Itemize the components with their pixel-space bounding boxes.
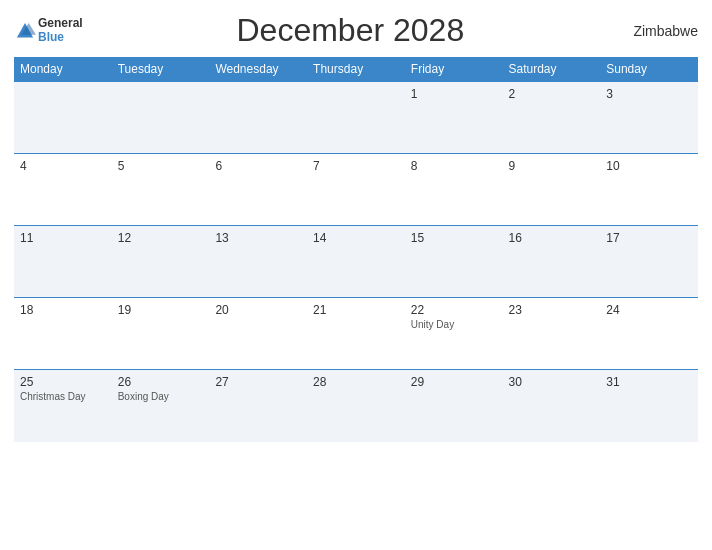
- calendar-cell: 14: [307, 226, 405, 298]
- day-number: 25: [20, 375, 106, 389]
- col-tuesday: Tuesday: [112, 57, 210, 82]
- calendar-cell: 20: [209, 298, 307, 370]
- day-number: 9: [509, 159, 595, 173]
- day-number: 22: [411, 303, 497, 317]
- day-number: 4: [20, 159, 106, 173]
- country-label: Zimbabwe: [618, 23, 698, 39]
- calendar-cell: 11: [14, 226, 112, 298]
- holiday-label: Boxing Day: [118, 391, 204, 402]
- calendar-cell: 29: [405, 370, 503, 442]
- calendar-cell: 16: [503, 226, 601, 298]
- calendar-page: General Blue December 2028 Zimbabwe Mond…: [0, 0, 712, 550]
- day-number: 21: [313, 303, 399, 317]
- day-number: 3: [606, 87, 692, 101]
- logo: General Blue: [14, 17, 83, 43]
- calendar-title: December 2028: [83, 12, 618, 49]
- day-number: 2: [509, 87, 595, 101]
- day-number: 17: [606, 231, 692, 245]
- day-number: 18: [20, 303, 106, 317]
- day-number: 12: [118, 231, 204, 245]
- col-friday: Friday: [405, 57, 503, 82]
- calendar-cell: 10: [600, 154, 698, 226]
- calendar-cell: 9: [503, 154, 601, 226]
- calendar-body: 12345678910111213141516171819202122Unity…: [14, 82, 698, 442]
- col-thursday: Thursday: [307, 57, 405, 82]
- day-number: 7: [313, 159, 399, 173]
- calendar-cell: 1: [405, 82, 503, 154]
- day-number: 29: [411, 375, 497, 389]
- calendar-cell: 13: [209, 226, 307, 298]
- calendar-cell: 27: [209, 370, 307, 442]
- calendar-cell: 30: [503, 370, 601, 442]
- day-number: 28: [313, 375, 399, 389]
- col-saturday: Saturday: [503, 57, 601, 82]
- holiday-label: Christmas Day: [20, 391, 106, 402]
- calendar-cell: 24: [600, 298, 698, 370]
- day-number: 8: [411, 159, 497, 173]
- day-number: 16: [509, 231, 595, 245]
- calendar-cell: 23: [503, 298, 601, 370]
- calendar-cell: 25Christmas Day: [14, 370, 112, 442]
- calendar-header: General Blue December 2028 Zimbabwe: [14, 12, 698, 49]
- day-number: 30: [509, 375, 595, 389]
- day-number: 31: [606, 375, 692, 389]
- calendar-week-row: 123: [14, 82, 698, 154]
- day-number: 11: [20, 231, 106, 245]
- calendar-cell: [14, 82, 112, 154]
- calendar-week-row: 25Christmas Day26Boxing Day2728293031: [14, 370, 698, 442]
- calendar-week-row: 1819202122Unity Day2324: [14, 298, 698, 370]
- col-sunday: Sunday: [600, 57, 698, 82]
- calendar-cell: 2: [503, 82, 601, 154]
- calendar-cell: 21: [307, 298, 405, 370]
- calendar-header-row: Monday Tuesday Wednesday Thursday Friday…: [14, 57, 698, 82]
- day-number: 10: [606, 159, 692, 173]
- day-number: 20: [215, 303, 301, 317]
- calendar-table: Monday Tuesday Wednesday Thursday Friday…: [14, 57, 698, 442]
- day-number: 14: [313, 231, 399, 245]
- logo-icon: [14, 20, 36, 42]
- calendar-cell: [307, 82, 405, 154]
- day-number: 27: [215, 375, 301, 389]
- day-number: 13: [215, 231, 301, 245]
- day-number: 19: [118, 303, 204, 317]
- calendar-cell: 12: [112, 226, 210, 298]
- day-number: 24: [606, 303, 692, 317]
- calendar-cell: 18: [14, 298, 112, 370]
- calendar-cell: 17: [600, 226, 698, 298]
- calendar-cell: 31: [600, 370, 698, 442]
- calendar-cell: 3: [600, 82, 698, 154]
- calendar-cell: 19: [112, 298, 210, 370]
- calendar-cell: 22Unity Day: [405, 298, 503, 370]
- calendar-week-row: 11121314151617: [14, 226, 698, 298]
- calendar-cell: 26Boxing Day: [112, 370, 210, 442]
- day-number: 23: [509, 303, 595, 317]
- day-number: 1: [411, 87, 497, 101]
- logo-general-text: General: [38, 17, 83, 30]
- calendar-cell: [209, 82, 307, 154]
- calendar-cell: 7: [307, 154, 405, 226]
- calendar-cell: 5: [112, 154, 210, 226]
- calendar-cell: 6: [209, 154, 307, 226]
- calendar-week-row: 45678910: [14, 154, 698, 226]
- logo-blue-text: Blue: [38, 31, 83, 44]
- day-number: 26: [118, 375, 204, 389]
- calendar-cell: 15: [405, 226, 503, 298]
- day-number: 15: [411, 231, 497, 245]
- calendar-cell: 28: [307, 370, 405, 442]
- col-monday: Monday: [14, 57, 112, 82]
- col-wednesday: Wednesday: [209, 57, 307, 82]
- day-number: 6: [215, 159, 301, 173]
- calendar-cell: [112, 82, 210, 154]
- day-number: 5: [118, 159, 204, 173]
- calendar-cell: 4: [14, 154, 112, 226]
- holiday-label: Unity Day: [411, 319, 497, 330]
- calendar-cell: 8: [405, 154, 503, 226]
